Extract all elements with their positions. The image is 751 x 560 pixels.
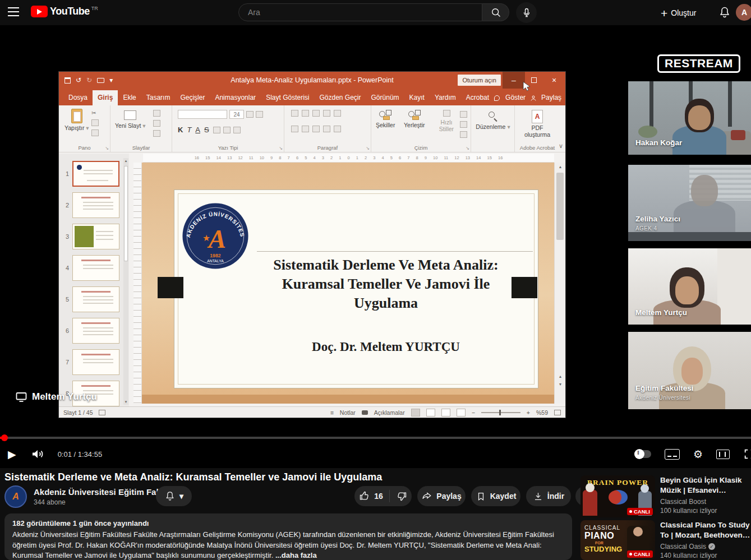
save-icon[interactable]	[64, 77, 71, 84]
slide-sorter-view-button[interactable]	[426, 409, 435, 416]
show-more-link[interactable]: ...daha fazla	[275, 551, 317, 559]
account-avatar[interactable]: A	[736, 4, 751, 21]
recommended-thumbnail[interactable]: CLASSICAL PIANO FOR STUDYING CANLI	[580, 520, 655, 560]
tab-yardim[interactable]: Yardım	[430, 90, 461, 105]
columns-icon[interactable]	[334, 126, 341, 132]
start-slideshow-icon[interactable]	[97, 78, 104, 83]
undo-icon[interactable]: ↺	[76, 76, 81, 84]
subscribed-bell-button[interactable]: ▾	[156, 486, 192, 506]
slide-thumbnail-4[interactable]: 4	[59, 252, 129, 284]
increase-font-icon[interactable]	[246, 111, 254, 118]
reset-slide-icon[interactable]	[153, 120, 160, 127]
video-player[interactable]: ↺ ↻ ▾ Antalya Meta-Analiz Uygulamaları.p…	[0, 25, 751, 468]
search-input[interactable]	[248, 8, 467, 17]
search-button[interactable]	[482, 3, 509, 21]
scrollbar-thumb[interactable]	[124, 166, 128, 261]
shape-fill-icon[interactable]	[460, 111, 467, 118]
arrange-button[interactable]: Yerleştir	[404, 109, 425, 128]
channel-avatar[interactable]: A	[4, 485, 27, 508]
description-box[interactable]: 182 görüntüleme 1 gün önce yayınlandı Ak…	[4, 513, 572, 560]
share-button[interactable]: Paylaş	[417, 486, 466, 506]
line-spacing-icon[interactable]	[323, 110, 330, 117]
shapes-button[interactable]: Şekiller	[376, 109, 395, 128]
tab-paylas[interactable]: Paylaş	[539, 90, 564, 105]
close-button[interactable]: ×	[543, 72, 565, 89]
italic-button[interactable]: T	[187, 126, 191, 134]
tab-acrobat[interactable]: Acrobat	[461, 90, 494, 105]
new-slide-button[interactable]: Yeni Slayt ▾	[115, 109, 146, 129]
zoom-in-button[interactable]: +	[527, 409, 530, 416]
dislike-icon[interactable]	[396, 490, 407, 502]
scroll-up-icon[interactable]: ▴	[123, 159, 128, 163]
text-direction-icon[interactable]	[334, 110, 341, 117]
slide-thumbnail-7[interactable]: 7	[59, 346, 129, 378]
like-icon[interactable]	[359, 490, 370, 502]
numbering-icon[interactable]	[302, 110, 309, 117]
youtube-logo[interactable]: YouTube TR	[31, 6, 98, 17]
next-slide-icon[interactable]: ▾	[555, 382, 566, 387]
zoom-out-button[interactable]: −	[472, 409, 475, 416]
align-left-icon[interactable]	[291, 126, 298, 132]
theater-mode-button[interactable]	[716, 450, 730, 459]
paragraf-dialog-launcher[interactable]: ↘	[366, 146, 370, 151]
subtitles-button[interactable]	[665, 449, 680, 460]
quick-styles-button[interactable]: Hızlı Stiller	[434, 109, 459, 132]
strikethrough-button[interactable]: S	[204, 126, 209, 134]
recommended-title[interactable]: Beyin Gücü İçin Klasik Müzik | Efsanevi …	[660, 475, 751, 496]
tab-goster[interactable]: Göster	[503, 90, 528, 105]
redo-icon[interactable]: ↻	[86, 76, 92, 84]
tab-giris[interactable]: Giriş	[93, 90, 118, 105]
create-button[interactable]: + Oluştur	[661, 4, 696, 21]
slide-scrollbar-thumb[interactable]	[556, 173, 564, 240]
justify-icon[interactable]	[323, 126, 330, 132]
slide-author[interactable]: Doç. Dr. Meltem YURTÇU	[218, 340, 554, 354]
play-button[interactable]: ▶	[8, 448, 16, 461]
recommended-channel[interactable]: Classical Boost	[660, 498, 751, 506]
slide-thumbnail-5[interactable]: 5	[59, 284, 129, 315]
shape-outline-icon[interactable]	[460, 121, 467, 128]
tab-gorunum[interactable]: Görünüm	[366, 90, 404, 105]
text-shadow-icon[interactable]	[213, 127, 220, 133]
fit-to-window-icon[interactable]	[554, 410, 561, 415]
pano-dialog-launcher[interactable]: ↘	[105, 146, 109, 151]
save-button[interactable]: Kaydet	[471, 486, 520, 506]
tab-slayt-gosterisi[interactable]: Slayt Gösterisi	[261, 90, 314, 105]
customize-qat-icon[interactable]: ▾	[109, 76, 113, 84]
progress-bar[interactable]	[0, 437, 751, 439]
notes-button[interactable]: Notlar	[340, 409, 356, 416]
tab-ekle[interactable]: Ekle	[118, 90, 141, 105]
zoom-slider[interactable]	[481, 412, 520, 413]
character-spacing-icon[interactable]	[223, 127, 231, 133]
like-count[interactable]: 16	[374, 492, 383, 501]
cizim-dialog-launcher[interactable]: ↘	[466, 146, 469, 151]
yazitipi-dialog-launcher[interactable]: ↘	[279, 146, 283, 151]
paste-button[interactable]: Yapıştır ▾	[64, 109, 89, 131]
font-name-combobox[interactable]	[178, 110, 227, 119]
recommended-channel[interactable]: Classical Oasis✓	[660, 543, 751, 550]
font-size-combobox[interactable]: 24	[229, 110, 244, 119]
bullets-icon[interactable]	[291, 110, 298, 117]
slideshow-view-button[interactable]	[457, 409, 466, 416]
progress-scrubber[interactable]	[1, 434, 8, 441]
recommended-thumbnail[interactable]: BRAIN POWER CANLI	[580, 475, 655, 517]
reading-view-button[interactable]	[441, 409, 450, 416]
bold-button[interactable]: K	[178, 126, 183, 134]
slide-thumbnail-6[interactable]: 6	[59, 315, 129, 346]
indent-icon[interactable]	[312, 110, 320, 117]
slide-scroll-up-icon[interactable]: ▴	[555, 164, 566, 169]
editing-button[interactable]: Düzenleme ▾	[476, 109, 510, 130]
tab-gecisler[interactable]: Geçişler	[175, 90, 210, 105]
zoom-level[interactable]: %59	[536, 409, 548, 416]
slide-layout-icon[interactable]	[153, 110, 160, 117]
voice-search-button[interactable]	[516, 2, 537, 23]
tab-tasarim[interactable]: Tasarım	[141, 90, 176, 105]
comments-button[interactable]: Açıklamalar	[374, 409, 405, 416]
volume-button[interactable]	[31, 448, 45, 460]
slide-thumbnail-2[interactable]: 2	[59, 189, 129, 221]
zoom-slider-thumb[interactable]	[499, 410, 501, 415]
tab-kayit[interactable]: Kayıt	[404, 90, 430, 105]
scroll-down-icon[interactable]: ▾	[123, 400, 128, 404]
underline-button[interactable]: A	[195, 126, 200, 134]
slide-title[interactable]: Sistematik Derleme Ve Meta Analiz: Kuram…	[218, 256, 554, 312]
section-icon[interactable]	[153, 130, 160, 137]
